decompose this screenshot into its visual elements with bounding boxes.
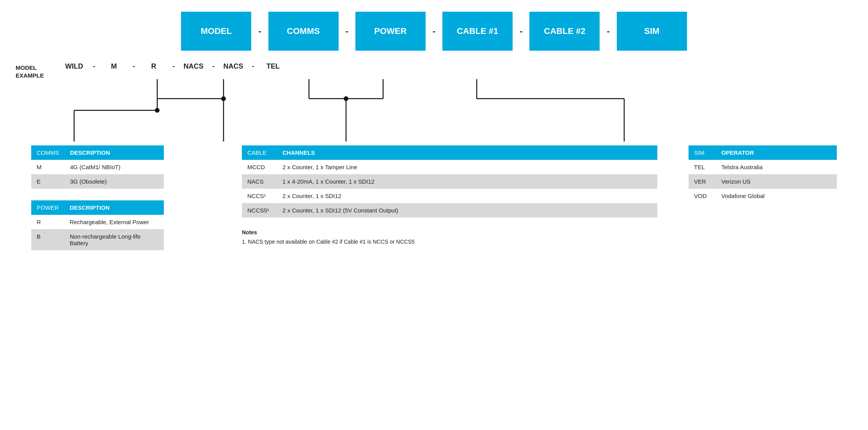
sim-operator: Telstra Australia [716,160,837,174]
model-example-values: WILD - M - R - NACS - NACS - TEL [59,62,852,71]
cable-code: NACS [242,174,277,189]
comms-header-desc: DESCRIPTION [65,145,164,160]
cable-code: NCCS5¹ [242,203,277,218]
cable-code: MCCD [242,160,277,174]
svg-point-5 [155,108,160,113]
table-row: M4G (CatM1/ NBIoT) [31,160,164,174]
model-example-row: MODEL EXAMPLE WILD - M - R - NACS - NACS… [16,62,852,79]
header-dash-3: - [426,26,442,36]
sim-operator: Vodafone Global [716,189,837,203]
table-row: RRechargeable, External Power [31,215,164,229]
sim-code: TEL [689,160,716,174]
sim-code: VER [689,174,716,189]
cable-channels: 1 x 4-20mA, 1 x Counter, 1 x SDI12 [277,174,657,189]
cable-header-code: CABLE [242,145,277,160]
cable-table: CABLE CHANNELS MCCD2 x Counter, 1 x Tamp… [242,145,657,218]
me-dash-5: - [245,62,261,71]
header-box-cable2: CABLE #2 [529,12,600,51]
cable-channels: 2 x Counter, 1 x SDI12 (5V Constant Outp… [277,203,657,218]
me-val-wild: WILD [62,62,86,71]
cable-channels: 2 x Counter, 1 x SDI12 [277,189,657,203]
header-dash-5: - [600,26,616,36]
header-dash-1: - [251,26,268,36]
cable-header-channels: CHANNELS [277,145,657,160]
power-desc: Non-rechargeable Long-life Battery [64,229,164,250]
left-column: COMMS DESCRIPTION M4G (CatM1/ NBIoT)E3G … [31,145,164,262]
table-row: VERVerizon US [689,174,837,189]
table-row: TELTelstra Australia [689,160,837,174]
svg-point-12 [344,96,348,101]
comms-table: COMMS DESCRIPTION M4G (CatM1/ NBIoT)E3G … [31,145,164,189]
notes-section: Notes 1. NACS type not available on Cabl… [242,229,657,246]
power-code: B [31,229,64,250]
table-row: NCCS5¹2 x Counter, 1 x SDI12 (5V Constan… [242,203,657,218]
power-code: R [31,215,64,229]
power-header-desc: DESCRIPTION [64,200,164,215]
sim-code: VOD [689,189,716,203]
sim-header-code: SIM [689,145,716,160]
sim-table: SIM OPERATOR TELTelstra AustraliaVERVeri… [689,145,837,203]
table-row: BNon-rechargeable Long-life Battery [31,229,164,250]
header-box-model: MODEL [181,12,251,51]
notes-title: Notes [242,229,657,235]
table-row: MCCD2 x Counter, 1 x Tamper Line [242,160,657,174]
tree-diagram [16,79,852,142]
comms-code: M [31,160,65,174]
header-box-power: POWER [355,12,426,51]
table-row: VODVodafone Global [689,189,837,203]
power-table: POWER DESCRIPTION RRechargeable, Externa… [31,200,164,250]
header-dash-2: - [339,26,355,36]
table-row: NCCS¹2 x Counter, 1 x SDI12 [242,189,657,203]
me-val-tel: TEL [261,62,285,71]
me-val-m: M [102,62,126,71]
header-dash-4: - [513,26,529,36]
me-dash-2: - [126,62,142,71]
header-box-cable1: CABLE #1 [442,12,513,51]
me-dash-4: - [205,62,222,71]
me-dash-1: - [86,62,102,71]
me-val-nacs1: NACS [182,62,205,71]
comms-header-code: COMMS [31,145,65,160]
power-header-code: POWER [31,200,64,215]
table-row: E3G (Obsolete) [31,174,164,189]
comms-desc: 3G (Obsolete) [65,174,164,189]
sim-header-operator: OPERATOR [716,145,837,160]
mid-column: CABLE CHANNELS MCCD2 x Counter, 1 x Tamp… [242,145,657,246]
me-val-r: R [142,62,165,71]
sim-operator: Verizon US [716,174,837,189]
header-box-sim: SIM [617,12,687,51]
table-row: NACS1 x 4-20mA, 1 x Counter, 1 x SDI12 [242,174,657,189]
content-row: COMMS DESCRIPTION M4G (CatM1/ NBIoT)E3G … [16,142,852,262]
power-desc: Rechargeable, External Power [64,215,164,229]
cable-code: NCCS¹ [242,189,277,203]
model-example-label: MODEL EXAMPLE [16,62,59,79]
right-column: SIM OPERATOR TELTelstra AustraliaVERVeri… [689,145,837,215]
me-val-nacs2: NACS [222,62,245,71]
comms-desc: 4G (CatM1/ NBIoT) [65,160,164,174]
header-row: MODEL - COMMS - POWER - CABLE #1 - CABLE… [16,12,852,51]
header-box-comms: COMMS [268,12,339,51]
me-dash-3: - [165,62,182,71]
comms-code: E [31,174,65,189]
svg-point-7 [221,96,226,101]
cable-channels: 2 x Counter, 1 x Tamper Line [277,160,657,174]
list-item: 1. NACS type not available on Cable #2 i… [242,238,657,246]
